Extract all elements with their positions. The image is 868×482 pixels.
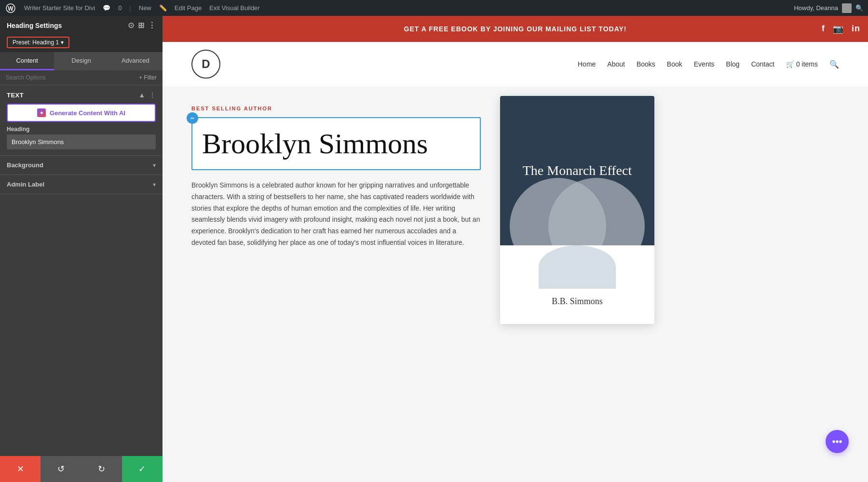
book-bottom: B.B. Simmons <box>500 245 654 324</box>
wp-logo-icon[interactable]: W <box>5 2 16 14</box>
text-section-header[interactable]: Text ▲ ⋮ <box>7 91 156 99</box>
howdy-label: Howdy, Deanna <box>794 4 838 12</box>
cancel-button[interactable]: ✕ <box>0 456 41 482</box>
search-icon[interactable]: 🔍 <box>855 4 863 12</box>
heading-input[interactable] <box>7 134 156 149</box>
panel-columns-icon[interactable]: ⊞ <box>138 21 144 30</box>
panel-tabs: Content Design Advanced <box>0 52 163 70</box>
author-section: BEST SELLING AUTHOR ✏ Brooklyn Simmons B… <box>191 106 481 249</box>
linkedin-icon[interactable]: in <box>852 24 860 34</box>
nav-events[interactable]: Events <box>694 60 715 68</box>
text-section: Text ▲ ⋮ ✦ Generate Content With AI Head… <box>0 85 163 156</box>
background-section-title: Background <box>7 161 43 169</box>
avatar <box>842 3 852 13</box>
exit-builder-button[interactable]: Exit Visual Builder <box>209 4 260 12</box>
text-collapse-icon[interactable]: ▲ <box>138 91 145 99</box>
text-menu-icon[interactable]: ⋮ <box>149 91 156 99</box>
tab-design[interactable]: Design <box>54 52 108 70</box>
banner-social: f 📷 in <box>688 24 860 34</box>
panel-footer: ✕ ↺ ↻ ✓ <box>0 456 163 482</box>
redo-icon: ↻ <box>98 464 105 474</box>
panel-menu-icon[interactable]: ⋮ <box>148 21 156 30</box>
howdy-section: Howdy, Deanna 🔍 <box>794 3 863 13</box>
nav-book[interactable]: Book <box>667 60 682 68</box>
panel-search-bar: + Filter <box>0 70 163 85</box>
redo-button[interactable]: ↻ <box>81 456 122 482</box>
new-button[interactable]: New <box>139 4 151 12</box>
panel-focus-icon[interactable]: ⊙ <box>128 21 134 30</box>
site-header: D Home About Books Book Events Blog Cont… <box>163 42 868 86</box>
background-chevron-icon: ▾ <box>153 162 156 169</box>
book-card: The Monarch Effect B.B. Simmons <box>500 96 654 324</box>
preset-label: Preset: Heading 1 <box>13 39 59 46</box>
save-icon: ✓ <box>138 464 146 474</box>
ai-button-label: Generate Content With AI <box>50 109 125 117</box>
top-banner: GET A FREE EBOOK BY JOINING OUR MAILING … <box>163 16 868 42</box>
admin-label-chevron-icon: ▾ <box>153 181 156 188</box>
undo-icon: ↺ <box>57 464 65 474</box>
separator: | <box>129 4 131 12</box>
text-section-title: Text <box>7 92 24 99</box>
author-bio: Brooklyn Simmons is a celebrated author … <box>191 180 481 249</box>
nav-home[interactable]: Home <box>578 60 596 68</box>
book-cover: The Monarch Effect <box>500 96 654 245</box>
preset-button[interactable]: Preset: Heading 1 ▾ <box>7 37 69 48</box>
edit-page-button[interactable]: Edit Page <box>175 4 202 12</box>
bestselling-label: BEST SELLING AUTHOR <box>191 106 481 111</box>
cart-count: 0 items <box>796 60 818 68</box>
cart-icon: 🛒 <box>786 60 794 68</box>
site-name[interactable]: Writer Starter Site for Divi <box>24 4 95 12</box>
nav-contact[interactable]: Contact <box>751 60 774 68</box>
panel-header: Heading Settings ⊙ ⊞ ⋮ <box>0 16 163 35</box>
admin-bar: W Writer Starter Site for Divi 💬 0 | New… <box>0 0 868 16</box>
svg-text:W: W <box>8 5 14 12</box>
heading-field: Heading <box>7 126 156 149</box>
site-nav: Home About Books Book Events Blog Contac… <box>578 60 839 69</box>
main-content: GET A FREE EBOOK BY JOINING OUR MAILING … <box>163 16 868 482</box>
background-section-header[interactable]: Background ▾ <box>7 161 156 169</box>
book-author-name: B.B. Simmons <box>510 296 645 314</box>
save-button[interactable]: ✓ <box>122 456 163 482</box>
heading-block: ✏ Brooklyn Simmons <box>191 117 481 170</box>
heading-field-label: Heading <box>7 126 156 133</box>
instagram-icon[interactable]: 📷 <box>833 24 844 34</box>
tab-content[interactable]: Content <box>0 52 54 70</box>
filter-button[interactable]: + Filter <box>139 74 157 81</box>
banner-text: GET A FREE EBOOK BY JOINING OUR MAILING … <box>343 25 688 33</box>
author-heading[interactable]: Brooklyn Simmons <box>202 128 470 160</box>
page-body: BEST SELLING AUTHOR ✏ Brooklyn Simmons B… <box>163 86 868 482</box>
panel-title: Heading Settings <box>7 22 62 29</box>
preset-bar: Preset: Heading 1 ▾ <box>0 35 163 52</box>
book-title: The Monarch Effect <box>523 162 632 179</box>
nav-about[interactable]: About <box>607 60 625 68</box>
ai-icon: ✦ <box>37 108 46 117</box>
ai-generate-button[interactable]: ✦ Generate Content With AI <box>7 104 156 122</box>
admin-label-section: Admin Label ▾ <box>0 175 163 194</box>
fab-button[interactable]: ••• <box>826 430 849 453</box>
filter-label: + Filter <box>139 74 157 81</box>
panel-header-icons: ⊙ ⊞ ⋮ <box>128 21 156 30</box>
nav-cart[interactable]: 🛒 0 items <box>786 60 818 68</box>
heading-edit-icon[interactable]: ✏ <box>187 112 198 124</box>
site-logo[interactable]: D <box>191 50 220 79</box>
settings-panel: Heading Settings ⊙ ⊞ ⋮ Preset: Heading 1… <box>0 16 163 482</box>
site-search-icon[interactable]: 🔍 <box>829 60 839 69</box>
comment-icon[interactable]: 💬 <box>103 4 110 12</box>
nav-books[interactable]: Books <box>637 60 655 68</box>
book-bottom-cover-design <box>539 245 616 289</box>
nav-blog[interactable]: Blog <box>726 60 740 68</box>
comment-count: 0 <box>118 4 122 12</box>
search-input[interactable] <box>6 74 139 81</box>
tab-advanced[interactable]: Advanced <box>108 52 163 70</box>
text-section-icons: ▲ ⋮ <box>138 91 156 99</box>
preset-chevron-icon: ▾ <box>61 39 64 46</box>
background-section: Background ▾ <box>0 156 163 175</box>
edit-page-icon: ✏️ <box>159 4 167 12</box>
cancel-icon: ✕ <box>17 464 24 474</box>
admin-label-section-header[interactable]: Admin Label ▾ <box>7 181 156 188</box>
admin-label-title: Admin Label <box>7 181 44 188</box>
facebook-icon[interactable]: f <box>822 24 825 34</box>
undo-button[interactable]: ↺ <box>41 456 81 482</box>
